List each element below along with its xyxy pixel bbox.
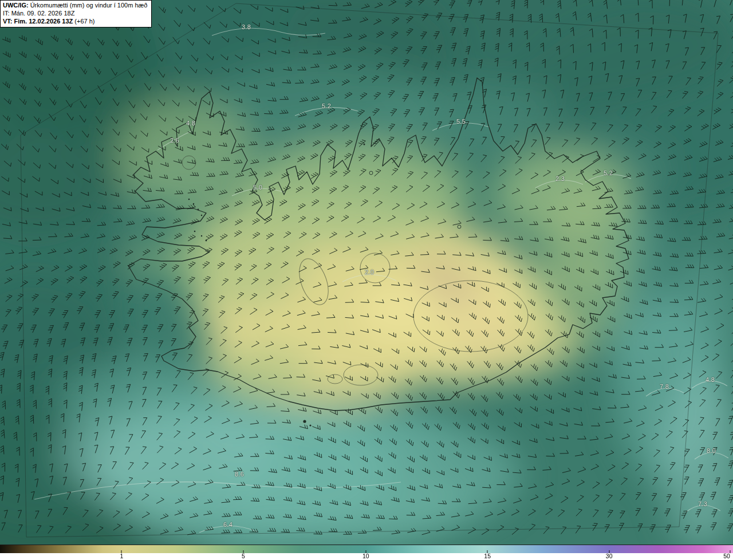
colorbar: 1510153050 bbox=[0, 545, 733, 560]
weather-map-product: 3.85.24.82.65.55.02.35.22.07.84.88.07.38… bbox=[0, 0, 733, 560]
colorbar-tick-label: 1 bbox=[120, 553, 124, 559]
colorbar-tick-label: 50 bbox=[723, 553, 730, 559]
wind-barbs-canvas bbox=[0, 0, 733, 545]
init-time: IT: Mán. 09. 02. 2026 18Z bbox=[3, 10, 147, 18]
colorbar-gradient bbox=[0, 545, 733, 553]
colorbar-tick-label: 10 bbox=[362, 553, 369, 559]
map-title: Úrkomumætti (mm) og vindur í 100m hæð bbox=[29, 2, 148, 9]
model-name: UWC/IG: bbox=[3, 2, 29, 9]
colorbar-tick-label: 30 bbox=[606, 553, 613, 559]
valid-time-line: VT: Fim. 12.02.2026 13Z (+67 h) bbox=[3, 18, 147, 26]
colorbar-tick-label: 15 bbox=[484, 553, 491, 559]
colorbar-tick-label: 5 bbox=[242, 553, 245, 559]
colorbar-labels: 1510153050 bbox=[0, 553, 733, 560]
legend-title-line: UWC/IG: Úrkomumætti (mm) og vindur í 100… bbox=[3, 2, 147, 10]
legend-box: UWC/IG: Úrkomumætti (mm) og vindur í 100… bbox=[0, 0, 152, 27]
valid-time: VT: Fim. 12.02.2026 13Z bbox=[3, 18, 73, 25]
map-area: 3.85.24.82.65.55.02.35.22.07.84.88.07.38… bbox=[0, 0, 733, 545]
valid-offset: (+67 h) bbox=[73, 18, 94, 25]
